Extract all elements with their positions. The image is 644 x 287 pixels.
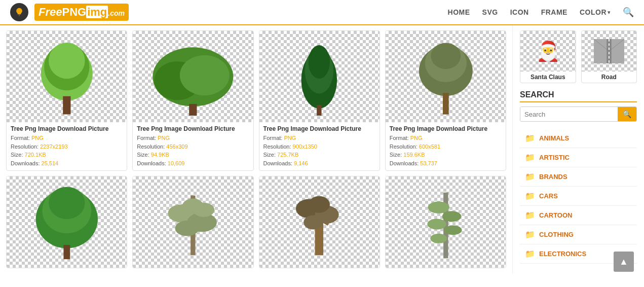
card-meta-4: Format: PNG Resolution: 600x581 Size: 15…	[390, 134, 502, 167]
nav-home[interactable]: HOME	[448, 8, 470, 16]
card-title-1: Tree Png Image Download Picture	[11, 125, 123, 132]
category-clothing[interactable]: 📁 CLOTHING	[520, 225, 637, 244]
santa-claus-label: Santa Claus	[520, 71, 576, 83]
category-cars-label: CARS	[539, 192, 558, 200]
size-4: Size: 159.6KB	[390, 151, 502, 159]
resolution-2: Resolution: 456x309	[137, 142, 249, 151]
svg-point-25	[193, 202, 214, 217]
card-title-2: Tree Png Image Download Picture	[137, 125, 249, 132]
image-grid-row1: Tree Png Image Download Picture Format: …	[6, 30, 506, 171]
svg-point-34	[428, 201, 449, 213]
image-card-2[interactable]: Tree Png Image Download Picture Format: …	[132, 30, 253, 171]
search-box: 🔍	[520, 106, 637, 122]
image-card-8[interactable]	[385, 176, 506, 268]
size-3: Size: 725.7KB	[263, 151, 375, 159]
format-1: Format: PNG	[11, 134, 123, 142]
header: FreePNGimg.com HOME SVG ICON FRAME COLOR…	[0, 0, 644, 25]
svg-point-35	[442, 211, 461, 222]
logo-png-text: PNG	[62, 6, 86, 18]
folder-icon-animals: 📁	[525, 133, 535, 143]
category-animals[interactable]: 📁 ANIMALS	[520, 129, 637, 148]
image-card-5[interactable]	[6, 176, 127, 268]
svg-point-2	[49, 42, 85, 78]
card-meta-3: Format: PNG Resolution: 900x1350 Size: 7…	[263, 134, 375, 167]
image-card-3[interactable]: Tree Png Image Download Picture Format: …	[259, 30, 380, 171]
svg-point-32	[304, 215, 323, 229]
image-card-4[interactable]: Tree Png Image Download Picture Format: …	[385, 30, 506, 171]
category-animals-label: ANIMALS	[539, 134, 569, 142]
resolution-3: Resolution: 900x1350	[263, 142, 375, 151]
card-title-4: Tree Png Image Download Picture	[390, 125, 502, 132]
downloads-4: Downloads: 53,737	[390, 159, 502, 168]
category-brands[interactable]: 📁 BRANDS	[520, 167, 637, 187]
sidebar-top-cards: 🎅 Santa Claus Road	[520, 30, 637, 83]
sidebar-card-santa[interactable]: 🎅 Santa Claus	[520, 30, 576, 83]
color-caret-icon: ▾	[608, 9, 611, 16]
tree-illustration-4	[395, 38, 497, 116]
logo-bulb-icon	[10, 3, 28, 21]
card-info-1: Tree Png Image Download Picture Format: …	[7, 122, 127, 170]
search-title: SEARCH	[520, 90, 637, 102]
category-cars[interactable]: 📁 CARS	[520, 187, 637, 206]
santa-claus-image: 🎅	[520, 31, 576, 71]
main-nav: HOME SVG ICON FRAME COLOR ▾ 🔍	[448, 7, 634, 18]
image-card-7[interactable]	[259, 176, 380, 268]
category-artistic-label: ARTISTIC	[539, 154, 570, 161]
size-2: Size: 94.9KB	[137, 151, 249, 159]
svg-point-38	[430, 233, 447, 243]
svg-rect-3	[63, 96, 70, 114]
svg-rect-19	[63, 245, 70, 259]
content-area: Tree Png Image Download Picture Format: …	[0, 25, 512, 273]
tree-illustration-8	[395, 184, 497, 261]
image-card-1[interactable]: Tree Png Image Download Picture Format: …	[6, 30, 127, 171]
card-meta-2: Format: PNG Resolution: 456x309 Size: 94…	[137, 134, 249, 167]
nav-frame[interactable]: FRAME	[541, 8, 567, 16]
scroll-to-top-button[interactable]: ▲	[614, 252, 634, 272]
nav-icon[interactable]: ICON	[510, 8, 529, 16]
search-section: SEARCH 🔍	[520, 90, 637, 122]
header-search-button[interactable]: 🔍	[623, 7, 634, 18]
folder-icon-brands: 📁	[525, 172, 535, 182]
downloads-3: Downloads: 9,146	[263, 159, 375, 168]
sidebar-card-road[interactable]: Road	[581, 30, 637, 83]
folder-icon-cartoon: 📁	[525, 210, 535, 220]
card-image-1	[7, 31, 127, 122]
format-4: Format: PNG	[390, 134, 502, 142]
sidebar: 🎅 Santa Claus Road SEARCH	[512, 25, 644, 273]
resolution-1: Resolution: 2237x2193	[11, 142, 123, 151]
image-grid-row2	[6, 176, 506, 268]
folder-icon-artistic: 📁	[525, 153, 535, 162]
card-image-8	[386, 176, 506, 268]
card-info-3: Tree Png Image Download Picture Format: …	[259, 122, 380, 170]
svg-rect-11	[317, 104, 321, 115]
card-info-4: Tree Png Image Download Picture Format: …	[386, 122, 506, 170]
site-logo[interactable]: FreePNGimg.com	[34, 4, 129, 21]
tree-illustration-5	[16, 184, 118, 261]
search-input[interactable]	[520, 107, 618, 121]
svg-point-24	[175, 220, 199, 236]
svg-point-14	[431, 43, 461, 69]
svg-point-36	[427, 219, 446, 229]
road-illustration	[594, 39, 624, 64]
format-2: Format: PNG	[137, 134, 249, 142]
category-clothing-label: CLOTHING	[539, 231, 574, 238]
tree-illustration-2	[142, 38, 244, 116]
format-3: Format: PNG	[263, 134, 375, 142]
image-card-6[interactable]	[132, 176, 253, 268]
folder-icon-electronics: 📁	[525, 249, 535, 259]
logo-com-text: .com	[108, 9, 125, 17]
folder-icon-cars: 📁	[525, 191, 535, 201]
tree-illustration-6	[142, 184, 244, 261]
nav-color[interactable]: COLOR	[580, 8, 607, 16]
card-title-3: Tree Png Image Download Picture	[263, 125, 375, 132]
category-artistic[interactable]: 📁 ARTISTIC	[520, 148, 637, 167]
nav-svg[interactable]: SVG	[482, 8, 498, 16]
svg-point-6	[180, 55, 230, 95]
header-left: FreePNGimg.com	[10, 3, 129, 21]
category-cartoon[interactable]: 📁 CARTOON	[520, 206, 637, 225]
search-submit-button[interactable]: 🔍	[618, 107, 636, 121]
road-image	[582, 31, 637, 71]
logo-img-text: img	[86, 6, 108, 18]
size-1: Size: 720.1KB	[11, 151, 123, 159]
category-brands-label: BRANDS	[539, 173, 567, 181]
